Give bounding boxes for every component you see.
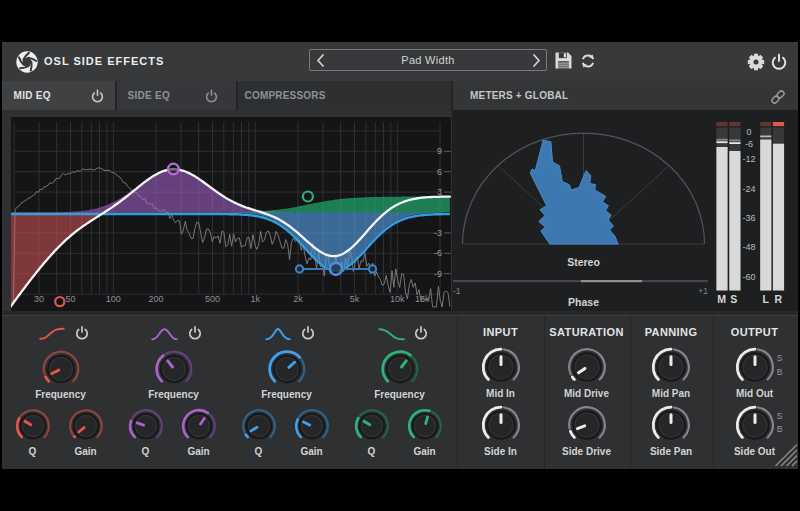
- svg-text:-6: -6: [434, 248, 442, 258]
- svg-text:-24: -24: [742, 184, 755, 194]
- svg-text:Phase: Phase: [568, 296, 599, 308]
- svg-text:2k: 2k: [293, 294, 303, 304]
- svg-text:-3: -3: [434, 228, 442, 238]
- svg-text:R: R: [774, 293, 782, 305]
- svg-text:30: 30: [34, 294, 44, 304]
- svg-text:0: 0: [746, 127, 751, 137]
- svg-text:5k: 5k: [350, 294, 360, 304]
- svg-text:200: 200: [148, 294, 163, 304]
- svg-text:+1: +1: [698, 286, 708, 296]
- svg-text:-60: -60: [742, 272, 755, 282]
- svg-text:-36: -36: [742, 213, 755, 223]
- svg-text:6: 6: [437, 167, 442, 177]
- svg-text:-12: -12: [742, 154, 755, 164]
- svg-text:500: 500: [205, 294, 220, 304]
- svg-text:10k: 10k: [390, 294, 405, 304]
- svg-text:9: 9: [437, 146, 442, 156]
- svg-text:-9: -9: [434, 269, 442, 279]
- svg-text:-48: -48: [742, 242, 755, 252]
- svg-text:50: 50: [65, 294, 75, 304]
- svg-text:-6: -6: [745, 139, 753, 149]
- svg-text:L: L: [762, 293, 769, 305]
- svg-text:M: M: [717, 293, 726, 305]
- svg-text:100: 100: [106, 294, 121, 304]
- svg-text:Stereo: Stereo: [567, 256, 600, 268]
- svg-text:-1: -1: [453, 286, 461, 296]
- svg-text:S: S: [730, 293, 737, 305]
- svg-text:1k: 1k: [251, 294, 261, 304]
